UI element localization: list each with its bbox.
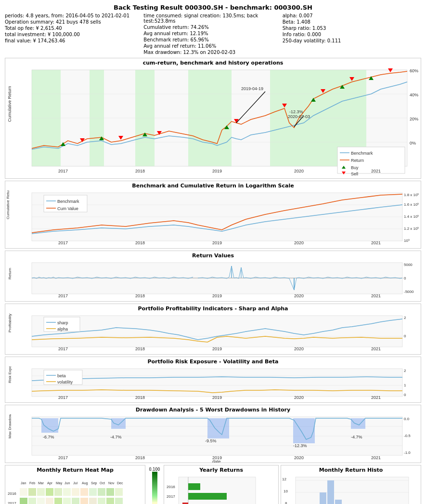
svg-text:alpha: alpha (57, 327, 68, 332)
svg-text:Benchmark: Benchmark (57, 199, 79, 204)
svg-rect-228 (152, 472, 157, 504)
risk-chart-section: Portfolio Risk Exposure - Volatility and… (5, 357, 421, 403)
info-row-benchmark: Benchmark return: 65.96% (143, 37, 282, 42)
svg-text:2016: 2016 (167, 485, 175, 489)
svg-text:Mar: Mar (38, 481, 44, 485)
info-row-beta: Beta: 1.408 (283, 19, 421, 25)
info-row-info: Info ratio: 0.000 (283, 32, 421, 37)
drawdown-label: Max drawdown: 12.3% on 2020-02-03 (143, 50, 235, 55)
bottom-row: Monthly Return Heat Map 2016 2017 2018 2… (5, 465, 421, 504)
svg-rect-185 (89, 498, 97, 504)
log-chart-area: 1.8 x 10⁵ 1.6 x 10⁵ 1.4 x 10⁵ 1.2 x 10⁵ … (5, 190, 421, 248)
svg-rect-133 (293, 418, 315, 443)
svg-text:2018: 2018 (135, 240, 145, 245)
svg-text:Aug: Aug (82, 481, 88, 485)
sharp-chart-section: Portfolio Profitability Indicators - Sha… (5, 304, 421, 355)
svg-text:Jun: Jun (65, 481, 70, 485)
sharp-label: Sharp ratio: 1.053 (283, 26, 326, 31)
histo-svg: 12 10 8 6 4 2 (281, 475, 411, 504)
info-row-ops: Operation summary: 421 buys 478 sells (5, 19, 143, 25)
info-row-final: final value: ¥ 174,263.46 (5, 38, 143, 43)
svg-text:2019: 2019 (212, 395, 222, 400)
svg-rect-168 (46, 488, 53, 496)
svg-rect-179 (37, 498, 45, 504)
svg-rect-173 (89, 488, 97, 496)
svg-text:-4.7%: -4.7% (110, 435, 122, 439)
info-row-cum: Cumulative return: 74.26% (143, 25, 282, 30)
svg-rect-174 (98, 488, 105, 496)
svg-text:2021: 2021 (371, 455, 381, 460)
svg-text:2021: 2021 (371, 169, 381, 173)
svg-text:Oct: Oct (100, 481, 105, 485)
svg-text:2020-02-03: 2020-02-03 (288, 114, 310, 119)
svg-text:12: 12 (282, 477, 286, 481)
colorbar-svg (151, 472, 158, 504)
log-chart-section: Benchmark and Cumulative Return in Logar… (5, 181, 421, 249)
svg-text:2018: 2018 (135, 169, 145, 173)
svg-rect-264 (327, 480, 334, 504)
svg-rect-263 (320, 492, 326, 504)
info-row-periods: periods: 4.8 years, from: 2016-04-05 to … (5, 13, 143, 18)
svg-text:-12.3%: -12.3% (293, 443, 307, 448)
svg-text:Feb: Feb (29, 481, 35, 485)
svg-text:2021: 2021 (371, 293, 381, 298)
risk-chart-svg: 2 1 0 Risk Exposure beta volatility (5, 366, 421, 400)
info-row-vol: 250-day volatility: 0.111 (283, 38, 421, 43)
svg-text:-0.5: -0.5 (404, 434, 411, 438)
svg-rect-239 (188, 493, 227, 500)
main-chart-area: 60% 40% 20% 0% Cumulative Return (5, 67, 421, 178)
histo-section: Monthly Return Histo 12 10 8 6 4 2 (281, 465, 421, 504)
risk-chart-area: 2 1 0 Risk Exposure beta volatility (5, 366, 421, 402)
svg-text:2019: 2019 (212, 455, 222, 460)
info-row-avg-annual: Avg annual return: 12.19% (143, 31, 282, 36)
svg-text:Nov: Nov (108, 481, 115, 485)
svg-rect-172 (80, 488, 88, 496)
svg-text:-5000: -5000 (404, 290, 414, 294)
colorbar: 0.100 0.075 0.050 0.025 0.000 -0.025 (147, 465, 162, 504)
svg-text:0: 0 (404, 276, 406, 280)
page-container: Back Testing Result 000300.SH - benchmar… (0, 0, 426, 504)
svg-text:8: 8 (285, 501, 287, 504)
return-chart-svg: 5000 0 -5000 Return 2017 2018 (5, 260, 421, 299)
info-col-mid: time consumed: signal creation: 130.5ms;… (143, 13, 282, 55)
svg-text:2020: 2020 (294, 169, 304, 173)
main-chart-title: cum-return, benchmark and history operat… (5, 58, 421, 67)
heatmap-svg: 2016 2017 2018 2019 2020 2021 Jan Feb Ma… (5, 475, 145, 504)
svg-rect-176 (115, 488, 123, 496)
svg-text:2018: 2018 (135, 455, 145, 460)
fee-label: Total op fee: ¥ 2,615.40 (5, 26, 62, 31)
drawdown-chart-area: 0.0 -0.5 -1.0 Max Drawdown (5, 414, 421, 463)
main-chart-section: cum-return, benchmark and history operat… (5, 58, 421, 179)
investment-label: total investment: ¥ 100,000.00 (5, 32, 80, 37)
periods-label: periods: 4.8 years, from: 2016-04-05 to … (5, 13, 129, 18)
avg-annual-label: Avg annual return: 12.19% (143, 31, 208, 36)
svg-text:2020: 2020 (294, 455, 304, 460)
svg-rect-230 (179, 477, 256, 504)
svg-text:40%: 40% (410, 93, 418, 97)
svg-text:1.8 x 10⁵: 1.8 x 10⁵ (404, 193, 419, 197)
svg-rect-169 (54, 488, 62, 496)
svg-text:Jul: Jul (73, 481, 77, 485)
time-label: time consumed: signal creation: 130.5ms;… (143, 13, 282, 24)
histo-title: Monthly Return Histo (281, 465, 421, 475)
svg-text:2020: 2020 (294, 395, 304, 400)
svg-text:0: 0 (404, 393, 406, 397)
svg-text:0: 0 (404, 334, 406, 338)
sharp-chart-area: 2 0 Profitability sharp alpha (5, 313, 421, 354)
svg-text:Cumulative Return: Cumulative Return (7, 86, 12, 122)
svg-text:2021: 2021 (371, 395, 381, 400)
yearly-returns-section: Yearly Returns 2016 2017 2018 2019 2020 … (164, 465, 279, 504)
svg-text:2020: 2020 (294, 240, 304, 245)
svg-text:2017: 2017 (58, 293, 68, 298)
svg-text:10⁵: 10⁵ (404, 239, 410, 243)
svg-text:Return: Return (351, 158, 364, 163)
svg-text:20%: 20% (410, 117, 418, 121)
svg-text:2017: 2017 (58, 395, 68, 400)
svg-rect-188 (115, 498, 123, 504)
svg-text:60%: 60% (410, 68, 418, 73)
svg-rect-165 (20, 488, 27, 496)
yearly-svg: 2016 2017 2018 2019 2020 2021 (164, 475, 260, 504)
svg-text:Risk Exposure: Risk Exposure (8, 366, 12, 383)
svg-text:Cumulative Return in logarithm: Cumulative Return in logarithm scale (6, 190, 10, 219)
svg-text:2021: 2021 (371, 346, 381, 351)
